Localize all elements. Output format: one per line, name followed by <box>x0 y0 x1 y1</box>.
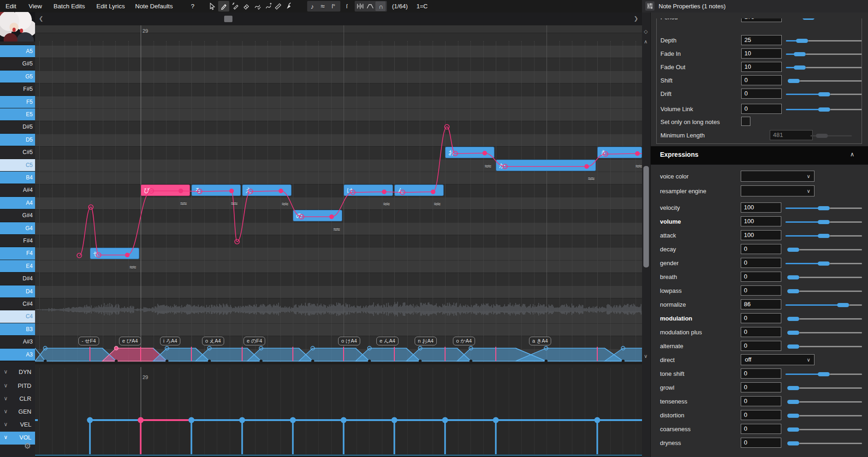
slider-thumb[interactable] <box>787 427 799 432</box>
slider-track[interactable] <box>799 332 862 333</box>
expression-curve-panel[interactable]: 29 <box>35 364 642 454</box>
property-value-input[interactable]: 100 <box>741 202 781 213</box>
property-value-input[interactable]: 100 <box>741 230 781 240</box>
step-icon[interactable]: ſ <box>341 1 352 12</box>
property-value-input[interactable]: 0 <box>741 382 781 392</box>
slider-track[interactable] <box>806 67 862 68</box>
property-value-input[interactable]: 0 <box>741 258 781 268</box>
vibrato-marker-icon[interactable]: ≈≈ <box>180 200 186 207</box>
slider-thumb[interactable] <box>787 317 799 321</box>
scroll-left-icon[interactable]: ❮ <box>39 15 43 22</box>
collapse-up-icon[interactable]: ∧ <box>644 39 648 45</box>
piano-key-g#4[interactable]: G#4 <box>0 209 35 222</box>
menu-item-edit[interactable]: Edit <box>6 0 16 12</box>
piano-key-c4[interactable]: C4 <box>0 310 35 323</box>
cursor-icon[interactable] <box>207 1 218 12</box>
slider-track[interactable] <box>830 221 862 223</box>
curve-icon[interactable] <box>252 1 263 12</box>
slider-track[interactable] <box>799 401 862 403</box>
property-value-input[interactable]: 0 <box>741 438 781 448</box>
slider-thumb[interactable] <box>787 400 799 404</box>
bottom-scrollbar-line[interactable] <box>35 455 642 456</box>
vibrato-marker-icon[interactable]: ≈≈ <box>636 162 642 170</box>
property-value-input[interactable]: 0 <box>741 104 782 114</box>
piano-key-g4[interactable]: G4 <box>0 222 35 235</box>
gear-icon[interactable]: ⚙ <box>24 441 31 451</box>
piano-key-g#5[interactable]: G#5 <box>0 58 35 70</box>
menu-item-note-defaults[interactable]: Note Defaults <box>135 0 173 12</box>
property-value-input[interactable]: 100 <box>741 216 781 226</box>
expand-down-icon[interactable]: ∨ <box>644 353 648 359</box>
horizontal-scroll-strip[interactable]: ❮ ❯ <box>0 12 642 25</box>
slider-track[interactable] <box>806 53 862 55</box>
expression-track-gen[interactable]: ∨GEN <box>0 406 35 419</box>
piano-key-a4[interactable]: A4 <box>0 197 35 209</box>
slider-thumb[interactable] <box>818 372 830 376</box>
chevron-up-icon[interactable]: ∧ <box>850 151 855 158</box>
piano-key-f#5[interactable]: F#5 <box>0 83 35 95</box>
expression-track-dyn[interactable]: ∨DYN <box>0 366 35 379</box>
diamond-icon[interactable]: ◇ <box>644 29 648 35</box>
piano-key-e4[interactable]: E4 <box>0 260 35 273</box>
slider-thumb[interactable] <box>837 303 849 307</box>
piano-key-b4[interactable]: B4 <box>0 172 35 184</box>
slider-track[interactable] <box>830 374 862 375</box>
vibrato-marker-icon[interactable]: ≈≈ <box>282 200 288 208</box>
piano-roll[interactable]: 29- せF4e ぴA4i ろA4o えA4e のF4o けA4e んA4n お… <box>35 25 642 362</box>
piano-key-d#5[interactable]: D#5 <box>0 121 35 133</box>
slider-track[interactable] <box>830 235 862 237</box>
slider-track[interactable] <box>799 415 862 416</box>
menu-item-edit-lyrics[interactable]: Edit Lyrics <box>96 0 125 12</box>
piano-key-e5[interactable]: E5 <box>0 108 35 121</box>
pencil-icon[interactable] <box>218 1 229 12</box>
property-value-input[interactable]: 0 <box>741 313 781 323</box>
waveform-icon[interactable] <box>354 1 365 12</box>
vertical-scrollbar-thumb[interactable] <box>643 166 649 267</box>
menu-item-view[interactable]: View <box>29 0 42 12</box>
property-value-input[interactable]: 0 <box>741 75 782 85</box>
note-icon[interactable]: ♪ <box>307 1 318 12</box>
slider-thumb[interactable] <box>787 344 799 349</box>
slider-thumb[interactable] <box>818 234 830 238</box>
slider-track[interactable] <box>849 304 862 306</box>
slider-thumb[interactable] <box>818 107 830 112</box>
property-value-input[interactable]: 10 <box>741 62 782 72</box>
property-value-input[interactable]: 0 <box>741 424 781 434</box>
slider-thumb[interactable] <box>818 92 830 96</box>
slider-thumb[interactable] <box>787 289 799 293</box>
property-value-input[interactable]: 0 <box>741 89 782 99</box>
slider-track[interactable] <box>799 346 862 347</box>
slider-thumb[interactable] <box>787 441 799 445</box>
slider-track[interactable] <box>808 40 862 42</box>
vibrato-marker-icon[interactable]: ≈≈ <box>130 263 136 271</box>
menu-item-?[interactable]: ? <box>191 0 195 12</box>
envelope-icon[interactable] <box>364 1 375 12</box>
property-dropdown[interactable]: off∨ <box>741 354 814 365</box>
arch-icon[interactable]: ∩ <box>375 1 386 12</box>
slider-track[interactable] <box>799 387 862 389</box>
property-value-input[interactable]: 0 <box>741 368 781 379</box>
piano-key-a3[interactable]: A3 <box>0 349 35 361</box>
slider-thumb[interactable] <box>788 79 800 83</box>
property-dropdown[interactable]: ∨ <box>741 171 814 182</box>
vibrato-marker-icon[interactable]: ≈≈ <box>485 162 491 170</box>
slider-thumb[interactable] <box>818 220 830 224</box>
piano-key-g5[interactable]: G5 <box>0 71 35 83</box>
slider-track[interactable] <box>799 277 862 278</box>
property-value-input[interactable]: 10 <box>741 48 782 59</box>
eraser-icon[interactable] <box>240 1 251 12</box>
property-dropdown[interactable]: ∨ <box>741 185 814 196</box>
menu-item-batch-edits[interactable]: Batch Edits <box>54 0 85 12</box>
piano-key-d5[interactable]: D5 <box>0 134 35 146</box>
piano-key-c5[interactable]: C5 <box>0 159 35 172</box>
piano-key-d#4[interactable]: D#4 <box>0 273 35 285</box>
scroll-right-icon[interactable]: ❯ <box>634 15 638 22</box>
property-value-input[interactable]: 0 <box>741 396 781 406</box>
slider-thumb[interactable] <box>787 275 799 279</box>
brush-icon[interactable] <box>283 1 294 12</box>
slider-thumb[interactable] <box>796 39 808 43</box>
slider-track[interactable] <box>799 429 862 430</box>
expression-track-pitd[interactable]: ∨PITD <box>0 380 35 393</box>
singer-avatar[interactable] <box>0 12 35 42</box>
horizontal-scrollbar-thumb[interactable] <box>224 16 232 22</box>
